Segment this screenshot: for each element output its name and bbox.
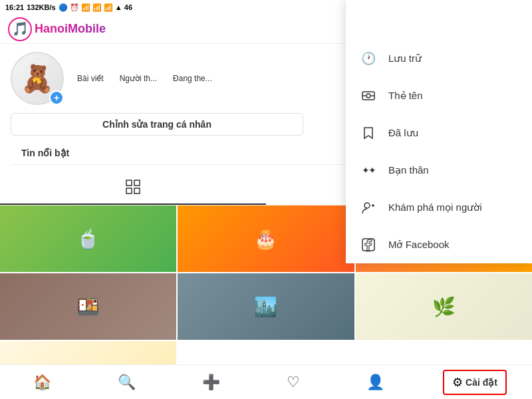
nav-settings-button[interactable]: ⚙ Cài đặt [443, 370, 507, 395]
photo-1-content: 🍵 [0, 205, 176, 272]
svg-rect-19 [362, 239, 374, 251]
dropdown-item-kham-pha[interactable]: Khám phá mọi người [346, 189, 532, 226]
dropdown-item-luu-tru[interactable]: 🕐 Lưu trữ [346, 40, 532, 77]
luu-tru-icon: 🕐 [359, 49, 378, 68]
highlight-label: Tin nổi bật [21, 148, 69, 158]
svg-point-13 [366, 94, 370, 98]
profile-icon: 👤 [366, 374, 384, 391]
dropdown-overlay: 🕐 Lưu trữ Thẻ tên Đã lưu ✦✦ Bạn thân [346, 0, 532, 263]
avatar-emoji: 🧸 [21, 63, 54, 94]
svg-point-16 [364, 203, 370, 208]
bottom-nav: 🏠 🔍 ➕ ♡ 👤 ⚙ Cài đặt [0, 364, 532, 399]
avatar-container: 🧸 + [11, 52, 64, 105]
home-icon: 🏠 [33, 374, 51, 391]
dropdown-item-mo-facebook[interactable]: Mở Facebook [346, 226, 532, 263]
nav-search[interactable]: 🔍 [110, 371, 144, 394]
logo-container: 🎵 HanoiMobile [8, 17, 106, 41]
photo-5-content: 🏙️ [178, 273, 354, 340]
stat-following: Đang the... [173, 74, 212, 83]
stat-followers-label: Người th... [120, 74, 157, 83]
ban-than-icon: ✦✦ [359, 161, 378, 180]
settings-icon: ⚙ [452, 375, 463, 390]
stat-posts-label: Bài viết [77, 74, 104, 83]
svg-text:🎵: 🎵 [12, 21, 29, 37]
svg-rect-5 [134, 188, 140, 194]
kham-pha-icon [359, 198, 378, 217]
network-speed-left: 132KB/s [27, 3, 55, 11]
mo-facebook-icon [359, 235, 378, 254]
stat-posts: Bài viết [77, 74, 104, 83]
heart-icon: ♡ [287, 374, 300, 391]
photo-2-content: 🎂 [178, 205, 354, 272]
photo-6-content: 🌿 [356, 273, 532, 340]
dropdown-item-ban-than[interactable]: ✦✦ Bạn thân [346, 152, 532, 189]
photo-cell-1[interactable]: 🍵 [0, 205, 176, 272]
settings-label: Cài đặt [466, 377, 497, 388]
svg-rect-3 [134, 180, 140, 186]
nav-home[interactable]: 🏠 [25, 371, 59, 394]
da-luu-label: Đã lưu [388, 127, 418, 139]
edit-profile-button[interactable]: Chỉnh sửa trang cá nhân [11, 113, 303, 136]
status-icons-left: 🔵 ⏰ 📶 📶 📶 ▲ 46 [59, 3, 132, 12]
time: 16:21 [5, 3, 24, 11]
mo-facebook-label: Mở Facebook [388, 239, 450, 251]
svg-rect-2 [126, 180, 132, 186]
svg-rect-4 [126, 188, 132, 194]
tab-grid[interactable] [0, 173, 266, 205]
photo-cell-6[interactable]: 🌿 [356, 273, 532, 340]
the-ten-icon [359, 86, 378, 105]
profile-stats: Bài viết Người th... Đang the... [77, 74, 212, 83]
stat-following-label: Đang the... [173, 74, 212, 83]
nav-add[interactable]: ➕ [194, 371, 228, 394]
nav-profile[interactable]: 👤 [358, 371, 392, 394]
search-icon: 🔍 [118, 374, 136, 391]
ban-than-label: Bạn thân [388, 164, 429, 176]
logo-icon: 🎵 [8, 17, 32, 41]
photo-cell-4[interactable]: 🍱 [0, 273, 176, 340]
luu-tru-label: Lưu trữ [388, 53, 422, 65]
stat-followers: Người th... [120, 74, 157, 83]
add-icon: ➕ [202, 374, 220, 391]
status-left: 16:21 132KB/s 🔵 ⏰ 📶 📶 📶 ▲ 46 [5, 3, 132, 12]
photo-cell-5[interactable]: 🏙️ [178, 273, 354, 340]
photo-cell-2[interactable]: 🎂 [178, 205, 354, 272]
logo-text: HanoiMobile [35, 22, 106, 36]
grid-icon [126, 180, 140, 197]
dropdown-item-da-luu[interactable]: Đã lưu [346, 114, 532, 152]
the-ten-label: Thẻ tên [388, 90, 423, 102]
da-luu-icon [359, 124, 378, 142]
nav-activity[interactable]: ♡ [279, 371, 308, 394]
photo-4-content: 🍱 [0, 273, 176, 340]
kham-pha-label: Khám phá mọi người [388, 201, 482, 213]
dropdown-item-the-ten[interactable]: Thẻ tên [346, 77, 532, 114]
add-avatar-button[interactable]: + [49, 90, 64, 105]
